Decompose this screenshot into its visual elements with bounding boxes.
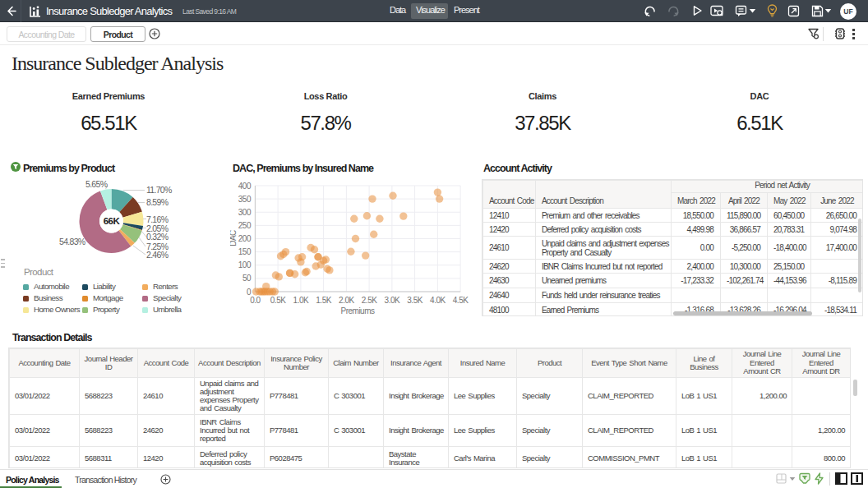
svg-text:0.32%: 0.32% <box>146 232 169 242</box>
svg-text:350: 350 <box>238 195 252 204</box>
svg-text:0.0: 0.0 <box>250 296 261 305</box>
svg-text:8.59%: 8.59% <box>146 197 169 207</box>
svg-text:Premiums: Premiums <box>340 306 375 315</box>
svg-text:11.70%: 11.70% <box>146 185 172 195</box>
svg-text:400: 400 <box>238 182 252 191</box>
svg-text:0: 0 <box>247 288 252 297</box>
svg-text:150: 150 <box>238 247 252 256</box>
svg-text:4.0K: 4.0K <box>430 296 446 305</box>
svg-text:1.5K: 1.5K <box>316 296 331 305</box>
svg-text:0.5K: 0.5K <box>270 296 286 305</box>
svg-text:2.5K: 2.5K <box>362 296 377 305</box>
svg-text:100: 100 <box>238 260 252 269</box>
svg-text:5.65%: 5.65% <box>85 179 108 189</box>
svg-text:1.0K: 1.0K <box>293 296 309 305</box>
svg-text:4.5K: 4.5K <box>453 296 469 305</box>
svg-text:DAC: DAC <box>230 230 238 246</box>
svg-text:2.46%: 2.46% <box>146 250 169 260</box>
svg-text:300: 300 <box>238 208 252 217</box>
svg-text:250: 250 <box>238 221 252 230</box>
svg-text:66K: 66K <box>104 216 121 226</box>
svg-text:3.0K: 3.0K <box>385 296 400 305</box>
svg-text:54.83%: 54.83% <box>59 237 85 246</box>
svg-text:50: 50 <box>242 274 252 283</box>
svg-text:3.5K: 3.5K <box>407 296 422 305</box>
svg-text:2.0K: 2.0K <box>339 296 354 305</box>
svg-text:200: 200 <box>238 234 252 243</box>
